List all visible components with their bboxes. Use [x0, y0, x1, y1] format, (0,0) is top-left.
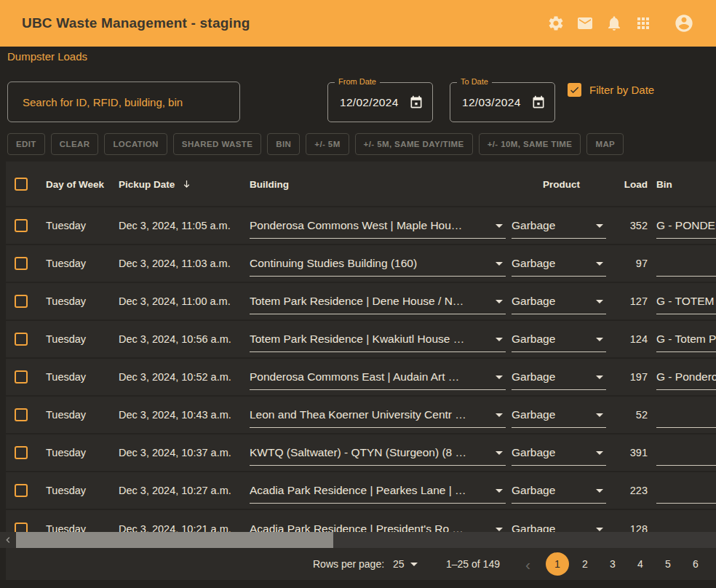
chevron-down-icon	[496, 338, 503, 341]
bin-select[interactable]	[656, 477, 716, 504]
plus-minus-5m-same-day-button[interactable]: +/- 5M, SAME DAY/TIME	[355, 133, 473, 155]
scroll-left-button[interactable]	[0, 532, 16, 548]
building-select[interactable]: Acadia Park Residence | Pearkes Lane | …	[250, 477, 506, 504]
previous-page-button[interactable]: ‹	[525, 557, 530, 572]
from-date-field[interactable]: From Date 12/02/2024	[327, 82, 433, 122]
plus-minus-5m-button[interactable]: +/- 5M	[306, 133, 349, 155]
bin-select[interactable]	[656, 440, 716, 466]
calendar-icon[interactable]	[409, 95, 423, 110]
page-button-3[interactable]: 3	[601, 552, 624, 576]
shared-waste-button[interactable]: SHARED WASTE	[173, 133, 261, 155]
building-select[interactable]: Ponderosa Commons East | Audain Art …	[250, 364, 506, 390]
product-select[interactable]: Garbage	[512, 326, 606, 352]
bin-select[interactable]	[656, 402, 716, 428]
load-cell: 127	[604, 295, 648, 307]
row-checkbox[interactable]	[15, 446, 28, 459]
pickup-date-cell: Dec 3, 2024, 10:37 a.m.	[119, 447, 231, 458]
edit-button[interactable]: EDIT	[7, 133, 45, 155]
product-select[interactable]: Garbage	[512, 402, 606, 428]
table-row: Tuesday Dec 3, 2024, 10:56 a.m. Totem Pa…	[6, 321, 716, 359]
rows-per-page-select[interactable]: 25	[393, 558, 418, 570]
chevron-down-icon	[596, 528, 603, 531]
page-button-5[interactable]: 5	[656, 552, 680, 576]
product-select[interactable]: Garbage	[512, 288, 606, 314]
calendar-icon[interactable]	[531, 95, 546, 110]
column-header-building[interactable]: Building	[250, 178, 289, 189]
building-select[interactable]: Ponderosa Commons West | Maple Hou…	[250, 212, 506, 239]
column-header-day-of-week[interactable]: Day of Week	[46, 178, 104, 189]
to-date-label: To Date	[457, 77, 492, 86]
pickup-date-cell: Dec 3, 2024, 10:56 a.m.	[119, 333, 231, 345]
chevron-down-icon	[596, 376, 603, 379]
bin-button[interactable]: BIN	[267, 133, 300, 155]
bin-select[interactable]: G - Totem P	[656, 326, 716, 352]
load-cell: 52	[604, 409, 648, 421]
mail-icon[interactable]	[576, 15, 594, 32]
page-button-4[interactable]: 4	[629, 552, 652, 576]
row-checkbox[interactable]	[15, 370, 28, 384]
horizontal-scrollbar-thumb[interactable]	[16, 532, 333, 548]
settings-icon[interactable]	[547, 15, 565, 32]
day-of-week-cell: Tuesday	[46, 409, 86, 421]
building-select[interactable]: Totem Park Residence | Kwakiutl House …	[250, 326, 506, 352]
column-header-load[interactable]: Load	[604, 178, 648, 189]
bin-select[interactable]: G - Pondero	[656, 364, 716, 390]
from-date-value[interactable]: 12/02/2024	[340, 96, 399, 109]
building-select[interactable]: Totem Park Residence | Dene House / N…	[250, 288, 506, 314]
table-row: Tuesday Dec 3, 2024, 11:03 a.m. Continui…	[6, 245, 716, 283]
building-select[interactable]: KWTQ (Saltwater) - QTYN (Sturgeon) (8 …	[250, 440, 506, 466]
row-checkbox[interactable]	[15, 333, 28, 346]
apps-grid-icon[interactable]	[635, 15, 652, 32]
building-select[interactable]: Continuing Studies Building (160)	[250, 250, 506, 277]
breadcrumb-dumpster-loads[interactable]: Dumpster Loads	[7, 50, 87, 63]
to-date-value[interactable]: 12/03/2024	[462, 96, 521, 109]
row-checkbox[interactable]	[15, 408, 28, 421]
product-select[interactable]: Garbage	[512, 477, 606, 504]
bin-select[interactable]: G - TOTEM	[656, 288, 716, 314]
bin-select[interactable]	[656, 250, 716, 277]
day-of-week-cell: Tuesday	[46, 485, 86, 496]
row-checkbox[interactable]	[15, 257, 28, 270]
row-checkbox[interactable]	[15, 484, 28, 497]
day-of-week-cell: Tuesday	[46, 447, 86, 458]
to-date-field[interactable]: To Date 12/03/2024	[450, 82, 555, 122]
pagination-range: 1–25 of 149	[446, 558, 500, 570]
chevron-down-icon	[596, 338, 603, 341]
chevron-down-icon	[596, 489, 603, 493]
notifications-icon[interactable]	[605, 15, 623, 32]
location-button[interactable]: LOCATION	[104, 133, 167, 155]
action-toolbar: EDIT CLEAR LOCATION SHARED WASTE BIN +/-…	[7, 133, 624, 155]
bin-select[interactable]: G - PONDER	[656, 212, 716, 239]
building-select[interactable]: Leon and Thea Koerner University Centr …	[250, 402, 506, 428]
column-header-product[interactable]: Product	[543, 178, 580, 189]
product-select[interactable]: Garbage	[512, 440, 606, 466]
account-icon[interactable]	[674, 13, 694, 33]
product-select[interactable]: Garbage	[512, 364, 606, 390]
map-button[interactable]: MAP	[586, 133, 624, 155]
row-checkbox[interactable]	[15, 219, 28, 232]
select-all-checkbox[interactable]	[15, 178, 28, 191]
plus-minus-10m-same-time-button[interactable]: +/- 10M, SAME TIME	[479, 133, 581, 155]
app-bar: UBC Waste Management - staging	[0, 0, 716, 47]
search-field	[7, 82, 240, 122]
search-input[interactable]	[8, 82, 239, 122]
page-button-1[interactable]: 1	[546, 552, 569, 576]
clear-button[interactable]: CLEAR	[51, 133, 99, 155]
page-button-6[interactable]: 6	[684, 552, 707, 576]
page-button-2[interactable]: 2	[573, 552, 597, 576]
filter-by-date-checkbox[interactable]	[568, 83, 581, 97]
product-select[interactable]: Garbage	[512, 250, 606, 277]
column-header-pickup-date[interactable]: Pickup Date	[119, 178, 192, 189]
table-header-row: Day of Week Pickup Date Building Product…	[6, 162, 716, 207]
load-cell: 124	[604, 333, 648, 345]
chevron-down-icon	[596, 262, 603, 266]
chevron-down-icon	[496, 224, 503, 228]
horizontal-scrollbar-track[interactable]	[0, 532, 716, 548]
pickup-date-cell: Dec 3, 2024, 11:05 a.m.	[119, 220, 231, 231]
column-header-bin[interactable]: Bin	[656, 178, 672, 189]
chevron-down-icon	[496, 262, 503, 266]
pickup-date-cell: Dec 3, 2024, 11:03 a.m.	[119, 258, 231, 269]
row-checkbox[interactable]	[15, 295, 28, 308]
chevron-down-icon	[496, 300, 503, 303]
product-select[interactable]: Garbage	[512, 212, 606, 239]
